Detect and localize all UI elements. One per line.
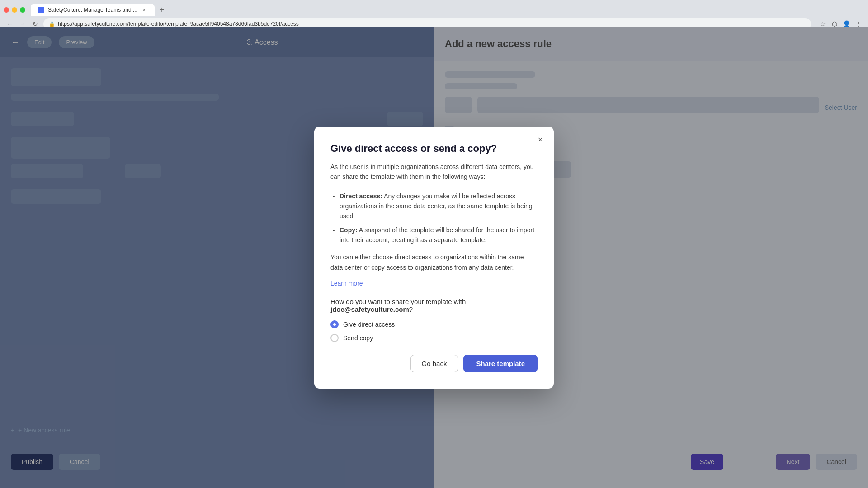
direct-access-radio-label: Give direct access — [343, 321, 395, 328]
minimize-window-button[interactable] — [12, 7, 17, 13]
copy-bullet: Copy: A snapshot of the template will be… — [340, 225, 538, 245]
url-text: https://app.safetyculture.com/template-e… — [58, 21, 299, 27]
learn-more-link[interactable]: Learn more — [330, 280, 538, 287]
share-email: jdoe@safetyculture.com — [330, 305, 409, 313]
modal-dialog: × Give direct access or send a copy? As … — [314, 127, 554, 389]
copy-text: A snapshot of the template will be share… — [340, 226, 534, 244]
main-content: ← Edit Preview 3. Access + + New access … — [0, 27, 868, 488]
send-copy-radio-label: Send copy — [343, 334, 373, 342]
browser-chrome: SafetyCulture: Manage Teams and ... × + … — [0, 0, 868, 27]
modal-share-question: How do you want to share your template w… — [330, 298, 538, 313]
modal-options-list: Direct access: Any changes you make will… — [330, 191, 538, 245]
direct-access-bullet: Direct access: Any changes you make will… — [340, 191, 538, 221]
share-question-prefix: How do you want to share your template w… — [330, 298, 466, 305]
active-tab[interactable]: SafetyCulture: Manage Teams and ... × — [31, 4, 155, 16]
modal-title: Give direct access or send a copy? — [330, 143, 538, 155]
traffic-lights — [4, 7, 25, 13]
give-direct-access-option[interactable]: Give direct access — [330, 320, 538, 328]
new-tab-button[interactable]: + — [156, 5, 167, 15]
close-window-button[interactable] — [4, 7, 9, 13]
direct-access-label: Direct access: — [340, 192, 382, 200]
tab-title: SafetyCulture: Manage Teams and ... — [48, 7, 137, 13]
send-copy-option[interactable]: Send copy — [330, 334, 538, 342]
share-template-button[interactable]: Share template — [463, 355, 538, 372]
modal-footer: Go back Share template — [330, 355, 538, 372]
lock-icon: 🔒 — [49, 21, 55, 27]
modal-description: As the user is in multiple organizations… — [330, 162, 538, 182]
tab-favicon-icon — [38, 7, 44, 13]
modal-close-button[interactable]: × — [534, 134, 547, 146]
send-copy-radio[interactable] — [330, 334, 339, 342]
close-icon: × — [538, 135, 543, 145]
copy-label: Copy: — [340, 226, 358, 234]
modal-extra-text: You can either choose direct access to o… — [330, 252, 538, 272]
share-option-radio-group: Give direct access Send copy — [330, 320, 538, 342]
maximize-window-button[interactable] — [20, 7, 25, 13]
tab-bar: SafetyCulture: Manage Teams and ... × + — [0, 0, 868, 16]
direct-access-radio[interactable] — [330, 320, 339, 328]
go-back-button[interactable]: Go back — [410, 355, 458, 372]
share-question-suffix: ? — [409, 305, 413, 313]
modal-overlay: × Give direct access or send a copy? As … — [0, 27, 868, 488]
tab-close-button[interactable]: × — [141, 7, 147, 13]
